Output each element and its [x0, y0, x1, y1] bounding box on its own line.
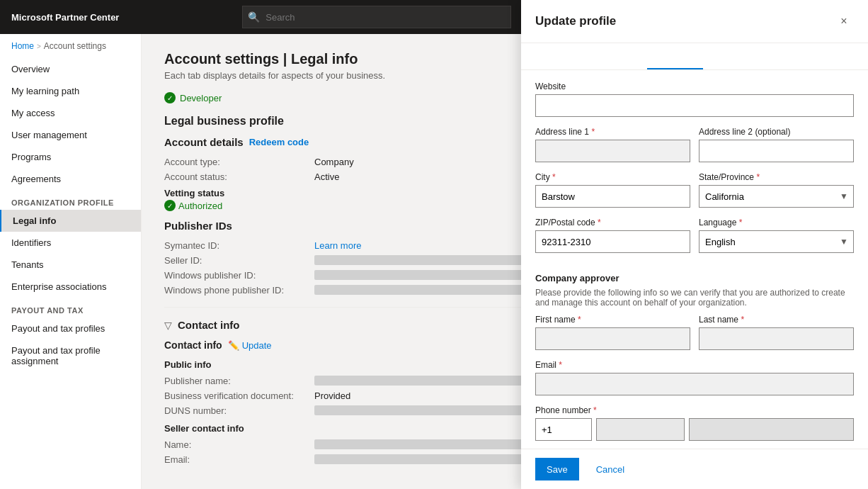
sidebar-item-user-management[interactable]: User management: [0, 124, 141, 146]
email-label: Email:: [164, 454, 306, 465]
sidebar-item-label: Payout and tax profiles: [11, 323, 105, 334]
sidebar-item-label: My access: [11, 108, 55, 118]
sidebar-item-agreements[interactable]: Agreements: [0, 168, 141, 190]
seller-id-label: Seller ID:: [164, 255, 306, 266]
website-input[interactable]: [535, 94, 854, 117]
zip-language-row: ZIP/Postal code * Language * English ▼: [535, 218, 854, 263]
phone-number-input[interactable]: [689, 418, 854, 441]
address1-input[interactable]: [535, 140, 690, 162]
sidebar-item-label: Enterprise associations: [11, 281, 106, 292]
sidebar-item-identifiers[interactable]: Identifiers: [0, 232, 141, 254]
language-label: Language *: [699, 218, 854, 227]
first-name-field-group: First name *: [535, 315, 690, 350]
sidebar-item-payout-profiles[interactable]: Payout and tax profiles: [0, 317, 141, 339]
state-label: State/Province *: [699, 172, 854, 182]
windows-phone-label: Windows phone publisher ID:: [164, 285, 306, 296]
breadcrumb: Home > Account settings: [0, 34, 141, 58]
save-button[interactable]: Save: [535, 458, 579, 480]
zip-input[interactable]: [535, 230, 690, 253]
panel-tab-2[interactable]: [591, 43, 647, 69]
close-button[interactable]: ×: [834, 11, 854, 31]
sidebar-item-legal-info[interactable]: Legal info: [0, 210, 141, 232]
authorized-label: Authorized: [178, 201, 222, 211]
contact-info-label: Contact info: [164, 339, 222, 351]
sidebar-item-overview[interactable]: Overview: [0, 58, 141, 80]
address2-field-group: Address line 2 (optional): [699, 127, 854, 162]
website-field-group: Website: [535, 82, 854, 117]
sidebar-item-label: Agreements: [11, 174, 61, 184]
zip-required: *: [598, 218, 601, 227]
update-link[interactable]: ✏️ Update: [228, 340, 272, 351]
sidebar-item-tenants[interactable]: Tenants: [0, 254, 141, 276]
search-icon: 🔍: [248, 11, 260, 23]
panel-tab-1[interactable]: [535, 43, 591, 69]
language-select[interactable]: English: [699, 230, 854, 253]
address1-field-group: Address line 1 *: [535, 127, 690, 162]
email-label: Email *: [535, 360, 854, 370]
name-label: Name:: [164, 439, 306, 450]
address2-input[interactable]: [699, 140, 854, 162]
sidebar-item-label: User management: [11, 130, 87, 140]
sidebar-item-enterprise-associations[interactable]: Enterprise associations: [0, 276, 141, 298]
authorized-check-icon: ✓: [164, 200, 176, 211]
org-profile-section-label: Organization profile: [0, 190, 141, 210]
sidebar-item-learning-path[interactable]: My learning path: [0, 80, 141, 102]
city-input[interactable]: [535, 185, 690, 208]
city-state-row: City * State/Province * California ▼: [535, 172, 854, 218]
panel-header: Update profile ×: [521, 0, 868, 43]
city-field-group: City *: [535, 172, 690, 208]
state-select[interactable]: California: [699, 185, 854, 208]
sidebar-item-programs[interactable]: Programs: [0, 146, 141, 168]
phone-row: [535, 418, 854, 441]
first-name-input[interactable]: [535, 327, 690, 350]
duns-label: DUNS number:: [164, 405, 306, 416]
sidebar-item-my-access[interactable]: My access: [0, 102, 141, 124]
breadcrumb-current: Account settings: [44, 41, 106, 51]
account-type-label: Account type:: [164, 157, 306, 167]
app-layout: Home > Account settings Overview My lear…: [0, 34, 868, 489]
state-required: *: [756, 172, 760, 182]
developer-badge-label: Developer: [180, 93, 222, 103]
breadcrumb-home[interactable]: Home: [11, 41, 34, 51]
search-bar: 🔍: [242, 6, 511, 28]
sidebar: Home > Account settings Overview My lear…: [0, 34, 142, 489]
zip-label: ZIP/Postal code *: [535, 218, 690, 227]
phone-required: *: [593, 405, 597, 415]
sidebar-item-label: My learning path: [11, 86, 79, 96]
check-circle-icon: ✓: [164, 92, 176, 103]
learn-more-link[interactable]: Learn more: [314, 240, 361, 251]
panel-body: Website Address line 1 * Address line 2 …: [521, 70, 868, 449]
phone-code-input[interactable]: [535, 418, 592, 441]
language-field-group: Language * English ▼: [699, 218, 854, 253]
phone-field-group: Phone number *: [535, 405, 854, 441]
publisher-name-label: Publisher name:: [164, 376, 306, 386]
email-input[interactable]: [535, 373, 854, 395]
address-row: Address line 1 * Address line 2 (optiona…: [535, 127, 854, 172]
phone-area-input[interactable]: [596, 418, 685, 441]
account-status-label: Account status:: [164, 172, 306, 182]
email-required: *: [559, 360, 562, 370]
chevron-down-icon[interactable]: ▽: [164, 320, 172, 331]
last-name-label: Last name *: [699, 315, 854, 325]
pencil-icon: ✏️: [228, 340, 239, 351]
sidebar-item-payout-assignment[interactable]: Payout and tax profile assignment: [0, 339, 141, 372]
app-logo: Microsoft Partner Center: [11, 12, 119, 23]
sidebar-item-label: Payout and tax profile assignment: [11, 345, 130, 366]
address1-label: Address line 1 *: [535, 127, 690, 137]
update-profile-panel: Update profile × Website Ad: [521, 0, 868, 489]
email-field-group: Email *: [535, 360, 854, 395]
phone-label: Phone number *: [535, 405, 854, 415]
breadcrumb-separator: >: [37, 43, 41, 50]
last-name-input[interactable]: [699, 327, 854, 350]
symantec-label: Symantec ID:: [164, 240, 306, 251]
last-name-field-group: Last name *: [699, 315, 854, 350]
cancel-button[interactable]: Cancel: [585, 458, 636, 480]
city-label: City *: [535, 172, 690, 182]
sidebar-item-label: Legal info: [13, 215, 56, 226]
sidebar-item-label: Identifiers: [11, 237, 51, 248]
search-input[interactable]: [242, 6, 511, 28]
panel-tab-3[interactable]: [647, 43, 703, 69]
redeem-code-link[interactable]: Redeem code: [249, 137, 309, 147]
company-approver-title: Company approver: [535, 273, 854, 283]
language-required: *: [739, 218, 743, 227]
